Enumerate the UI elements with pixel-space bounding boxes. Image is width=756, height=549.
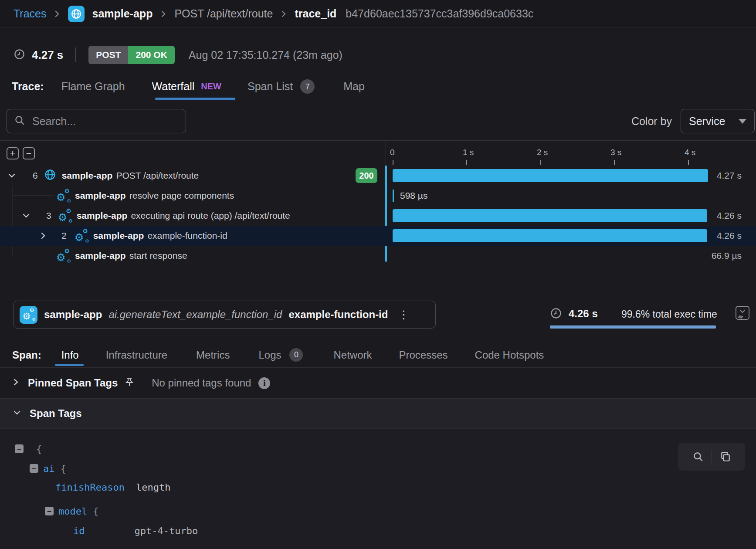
search-input[interactable] xyxy=(31,115,179,128)
gears-icon xyxy=(20,306,37,324)
panel-divider xyxy=(386,141,386,166)
pinned-span-tags-row[interactable]: Pinned Span Tags No pinned tags found xyxy=(0,368,756,398)
chevron-down-icon[interactable] xyxy=(12,407,22,420)
span-row-selected[interactable]: 2 sample-app example-function-id 4.26 s xyxy=(0,226,756,246)
span-row-label: 2 sample-app example-function-id xyxy=(0,226,227,246)
span-duration: 4.27 s xyxy=(717,166,742,186)
collapse-all-button[interactable] xyxy=(23,147,35,159)
span-rows: 6 sample-app POST /api/text/route 200 4.… xyxy=(0,166,756,267)
color-by-dropdown[interactable]: Service xyxy=(681,109,755,133)
search-box[interactable] xyxy=(7,109,186,133)
span-tabs-label: Span: xyxy=(12,349,41,361)
chevron-right-icon[interactable] xyxy=(38,230,48,241)
gears-icon xyxy=(56,249,70,263)
span-service: sample-app xyxy=(77,210,128,221)
span-row[interactable]: sample-app start response 66.9 µs xyxy=(0,246,756,266)
tab-map[interactable]: Map xyxy=(343,80,365,93)
gears-icon xyxy=(58,209,72,223)
breadcrumb-trace-id-value: b47d60aec135737cc3af396d9ca0633c xyxy=(346,7,533,20)
gears-icon xyxy=(56,189,70,203)
tab-flame-graph[interactable]: Flame Graph xyxy=(61,80,125,93)
axis-tick-label: 0 xyxy=(390,148,395,157)
span-exec-duration: 4.26 s xyxy=(569,308,598,320)
tab-processes[interactable]: Processes xyxy=(399,349,448,361)
chevron-right-icon[interactable] xyxy=(12,377,20,389)
collapse-node-icon[interactable] xyxy=(15,444,24,453)
tab-span-list[interactable]: Span List xyxy=(247,80,293,93)
span-row-label: 3 sample-app executing api route (app) /… xyxy=(0,206,290,226)
tab-logs[interactable]: Logs xyxy=(258,349,281,361)
copy-icon[interactable] xyxy=(712,443,739,471)
collapse-node-icon[interactable] xyxy=(30,464,38,473)
axis-tick xyxy=(466,160,467,165)
search-icon xyxy=(14,115,25,128)
json-line: ai { xyxy=(30,462,66,475)
collapse-node-icon[interactable] xyxy=(45,507,54,515)
span-row-label: sample-app start response xyxy=(0,246,187,266)
trace-view-page: Traces sample-app POST /api/text/route t… xyxy=(0,0,756,549)
json-line: finishReason length xyxy=(55,481,170,494)
span-tags-header[interactable]: Span Tags xyxy=(0,398,756,429)
expand-all-button[interactable] xyxy=(7,147,19,159)
tab-code-hotspots[interactable]: Code Hotspots xyxy=(475,349,544,361)
tab-info[interactable]: Info xyxy=(61,349,79,361)
span-bar[interactable] xyxy=(393,229,707,242)
json-line: id gpt-4-turbo xyxy=(73,524,198,537)
span-name: POST /api/text/route xyxy=(116,170,199,181)
breadcrumb-traces-link[interactable]: Traces xyxy=(14,7,46,20)
breadcrumb-service[interactable]: sample-app xyxy=(92,7,153,20)
json-key[interactable]: model xyxy=(58,506,87,517)
json-key[interactable]: id xyxy=(73,525,85,536)
span-row[interactable]: 6 sample-app POST /api/text/route 200 4.… xyxy=(0,166,756,186)
span-duration: 66.9 µs xyxy=(712,246,742,266)
child-count: 3 xyxy=(46,210,51,221)
chevron-down-icon[interactable] xyxy=(21,210,31,221)
search-icon[interactable] xyxy=(685,443,712,471)
pinned-span-tags-title: Pinned Span Tags xyxy=(28,377,118,389)
http-status-badge: 200 OK xyxy=(128,46,174,64)
breadcrumb-resource[interactable]: POST /api/text/route xyxy=(174,7,273,20)
span-duration: 4.26 s xyxy=(717,226,742,246)
selected-span-header: sample-app ai.generateText_example_funct… xyxy=(13,301,436,329)
pinned-empty-text: No pinned tags found xyxy=(152,377,251,389)
selected-span-service: sample-app xyxy=(44,308,102,321)
selected-span-operation: ai.generateText_example_function_id xyxy=(108,308,282,321)
span-service: sample-app xyxy=(62,170,113,181)
collapse-panel-icon[interactable] xyxy=(735,305,750,321)
color-by-control: Color by Service xyxy=(631,109,755,133)
json-line: { xyxy=(15,442,42,455)
trace-tabs-label: Trace: xyxy=(12,80,44,93)
waterfall-toolbar: Color by Service xyxy=(0,100,756,140)
trace-duration: 4.27 s xyxy=(32,48,63,62)
span-bar[interactable] xyxy=(393,209,707,222)
new-badge: NEW xyxy=(201,81,221,92)
span-row-label: sample-app resolve page components xyxy=(0,186,234,206)
span-exec-percent: 99.6% total exec time xyxy=(621,308,717,320)
clock-icon xyxy=(550,307,562,321)
http-method-badge: POST xyxy=(88,46,128,64)
service-globe-icon xyxy=(68,6,85,22)
span-duration: 4.26 s xyxy=(717,206,742,226)
span-row[interactable]: 3 sample-app executing api route (app) /… xyxy=(0,206,756,226)
tab-waterfall[interactable]: Waterfall xyxy=(152,80,195,93)
clock-icon xyxy=(14,48,25,62)
span-bar[interactable] xyxy=(393,190,394,202)
json-value[interactable]: gpt-4-turbo xyxy=(135,525,198,536)
span-row-label: 6 sample-app POST /api/text/route xyxy=(0,166,199,186)
span-row[interactable]: sample-app resolve page components 598 µ… xyxy=(0,186,756,206)
json-brace: { xyxy=(61,463,66,474)
json-value[interactable]: length xyxy=(136,482,170,493)
span-exec-summary: 4.26 s 99.6% total exec time xyxy=(547,301,743,329)
span-bar[interactable] xyxy=(393,169,708,182)
tab-network[interactable]: Network xyxy=(333,349,372,361)
chevron-down-icon[interactable] xyxy=(7,170,17,181)
tab-infrastructure[interactable]: Infrastructure xyxy=(106,349,167,361)
tab-metrics[interactable]: Metrics xyxy=(196,349,230,361)
breadcrumb-trace-id-label: trace_id xyxy=(295,7,336,20)
kebab-menu-icon[interactable] xyxy=(398,308,409,322)
json-key[interactable]: ai xyxy=(43,463,55,474)
span-service: sample-app xyxy=(93,230,144,241)
json-key[interactable]: finishReason xyxy=(55,482,125,493)
span-name: start response xyxy=(129,251,187,261)
info-icon[interactable] xyxy=(258,377,270,389)
